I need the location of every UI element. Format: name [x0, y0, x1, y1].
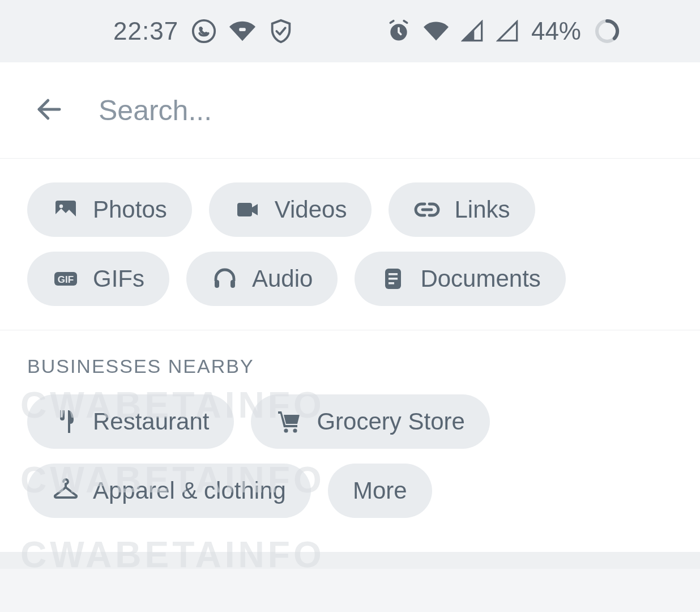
svg-text:GIF: GIF — [58, 274, 74, 285]
bottom-edge — [0, 552, 700, 569]
svg-point-6 — [59, 205, 63, 208]
app-frame: 22:37 — [0, 0, 700, 569]
status-time: 22:37 — [113, 17, 178, 45]
media-filter-chips: Photos Videos Links GIF GIFs Audio — [0, 159, 700, 330]
whatsapp-icon — [191, 18, 217, 44]
chip-label: Videos — [275, 196, 347, 223]
chip-documents[interactable]: Documents — [355, 252, 565, 306]
chip-videos[interactable]: Videos — [209, 182, 372, 237]
signal-2-icon — [496, 20, 519, 42]
svg-rect-1 — [239, 28, 246, 31]
hanger-icon — [52, 477, 79, 504]
chip-label: More — [353, 477, 407, 504]
restaurant-icon — [52, 408, 79, 435]
search-bar — [0, 62, 700, 159]
svg-rect-11 — [231, 280, 235, 288]
battery-ring-icon — [594, 18, 621, 45]
svg-point-0 — [193, 20, 215, 42]
chip-label: Grocery Store — [317, 408, 464, 435]
alarm-icon — [386, 19, 411, 44]
chip-label: Documents — [420, 265, 540, 292]
photos-icon — [52, 196, 79, 223]
audio-icon — [211, 265, 238, 292]
cart-icon — [276, 408, 303, 435]
status-bar: 22:37 — [0, 0, 700, 62]
chip-gifs[interactable]: GIF GIFs — [27, 252, 169, 306]
svg-point-16 — [284, 428, 288, 432]
chip-label: Apparel & clothing — [93, 477, 286, 504]
chip-label: Restaurant — [93, 408, 209, 435]
chip-restaurant[interactable]: Restaurant — [27, 394, 234, 449]
back-button[interactable] — [34, 94, 65, 127]
wifi-badge-icon — [229, 18, 255, 44]
chip-label: Audio — [252, 265, 313, 292]
links-icon — [413, 196, 441, 223]
status-left: 22:37 — [113, 17, 294, 45]
shield-icon — [268, 18, 294, 44]
gif-icon: GIF — [52, 265, 79, 292]
wifi-icon — [424, 19, 449, 44]
signal-1-icon — [461, 20, 484, 42]
chip-audio[interactable]: Audio — [186, 252, 338, 306]
chip-more[interactable]: More — [328, 464, 432, 518]
document-icon — [379, 265, 407, 292]
arrow-left-icon — [34, 94, 65, 125]
chip-grocery[interactable]: Grocery Store — [251, 394, 489, 449]
chip-apparel[interactable]: Apparel & clothing — [27, 464, 311, 518]
battery-percent: 44% — [531, 17, 581, 45]
svg-rect-7 — [237, 203, 252, 216]
chip-label: GIFs — [93, 265, 144, 292]
status-right: 44% — [386, 17, 621, 45]
chip-photos[interactable]: Photos — [27, 182, 192, 237]
svg-rect-10 — [215, 280, 219, 288]
chip-label: Links — [454, 196, 510, 223]
search-input[interactable] — [99, 94, 666, 127]
svg-rect-15 — [389, 282, 394, 284]
chip-links[interactable]: Links — [389, 182, 535, 237]
svg-point-17 — [293, 428, 297, 432]
chip-label: Photos — [93, 196, 167, 223]
businesses-header: BUSINESSES NEARBY — [0, 330, 700, 377]
svg-rect-14 — [389, 278, 398, 280]
business-chips: Restaurant Grocery Store Apparel & cloth… — [0, 377, 700, 552]
svg-rect-13 — [389, 273, 398, 275]
videos-icon — [234, 196, 261, 223]
